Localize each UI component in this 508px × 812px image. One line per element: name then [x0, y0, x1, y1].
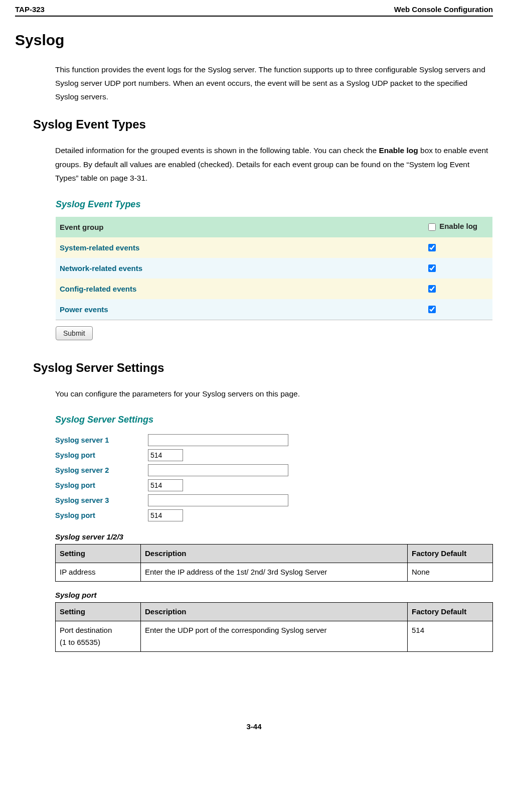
input-syslog-port-2[interactable] [148, 479, 183, 491]
th-factory-default: Factory Default [408, 544, 493, 563]
th-description: Description [141, 602, 408, 621]
table-caption-server: Syslog server 1/2/3 [55, 532, 493, 541]
td-setting: IP address [56, 563, 141, 581]
doc-model: TAP-323 [15, 5, 45, 14]
enable-log-checkbox[interactable] [428, 244, 436, 251]
enable-log-checkbox[interactable] [428, 306, 436, 313]
th-factory-default: Factory Default [408, 602, 493, 621]
submit-button[interactable]: Submit [56, 326, 93, 340]
label-syslog-port-2: Syslog port [55, 481, 148, 489]
table-caption-port: Syslog port [55, 591, 493, 599]
th-setting: Setting [56, 544, 141, 563]
col-enable-log: Enable log [422, 217, 492, 237]
td-default: None [408, 563, 493, 581]
enable-log-checkbox[interactable] [428, 264, 436, 272]
panel-syslog-server-settings: Syslog Server Settings Syslog server 1 S… [55, 415, 493, 521]
label-syslog-port-3: Syslog port [55, 511, 148, 519]
th-description: Description [141, 544, 408, 563]
td-description: Enter the IP address of the 1st/ 2nd/ 3r… [141, 563, 408, 581]
td-setting: Port destination (1 to 65535) [56, 621, 141, 651]
event-group-label: System-related events [56, 237, 422, 258]
col-event-group: Event group [56, 217, 422, 237]
label-syslog-server-1: Syslog server 1 [55, 436, 148, 444]
event-group-label: Power events [56, 299, 422, 320]
th-setting: Setting [56, 602, 141, 621]
event-group-label: Config-related events [56, 279, 422, 299]
heading-server-settings: Syslog Server Settings [33, 361, 493, 375]
event-group-label: Network-related events [56, 258, 422, 279]
event-types-paragraph: Detailed information for the grouped eve… [55, 144, 493, 184]
intro-paragraph: This function provides the event logs fo… [55, 63, 493, 103]
td-default: 514 [408, 621, 493, 651]
input-syslog-port-1[interactable] [148, 449, 183, 461]
input-syslog-server-2[interactable] [148, 464, 288, 476]
page-number: 3-44 [15, 722, 493, 731]
heading-event-types: Syslog Event Types [33, 117, 493, 131]
header-rule [15, 16, 493, 17]
event-types-table: Event group Enable log System-related ev… [56, 217, 492, 320]
input-syslog-port-3[interactable] [148, 509, 183, 521]
enable-log-master-checkbox[interactable] [428, 223, 436, 231]
label-syslog-port-1: Syslog port [55, 451, 148, 459]
panel-title-server-settings: Syslog Server Settings [55, 415, 493, 425]
panel-title-event-types: Syslog Event Types [56, 199, 492, 210]
label-syslog-server-2: Syslog server 2 [55, 466, 148, 474]
input-syslog-server-1[interactable] [148, 434, 288, 446]
page-title: Syslog [15, 32, 493, 49]
doc-section: Web Console Configuration [394, 5, 493, 14]
td-description: Enter the UDP port of the corresponding … [141, 621, 408, 651]
label-syslog-server-3: Syslog server 3 [55, 496, 148, 504]
enable-log-checkbox[interactable] [428, 285, 436, 293]
table-syslog-server: Setting Description Factory Default IP a… [55, 544, 493, 582]
input-syslog-server-3[interactable] [148, 494, 288, 506]
server-settings-paragraph: You can configure the parameters for you… [55, 387, 493, 400]
table-syslog-port: Setting Description Factory Default Port… [55, 602, 493, 652]
panel-syslog-event-types: Syslog Event Types Event group Enable lo… [55, 199, 493, 341]
